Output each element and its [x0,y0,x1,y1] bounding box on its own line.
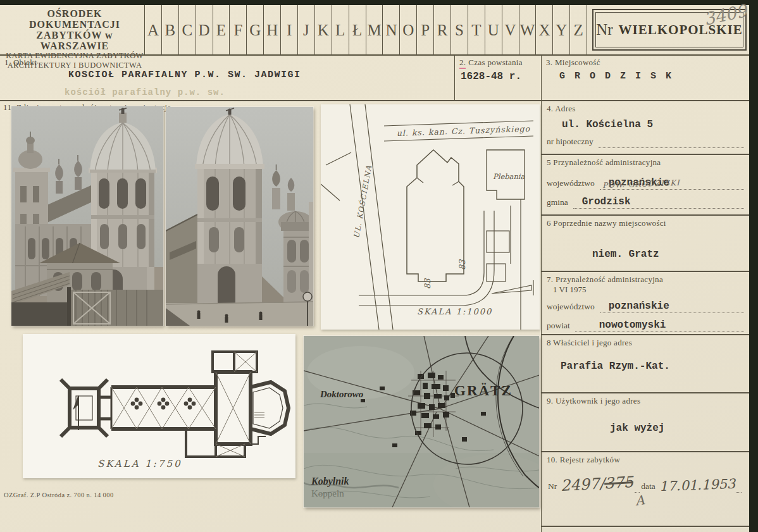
gmina-typed: Grodzisk [582,196,631,207]
alphabet-index-strip: A B C D E F G H I J K L Ł M N O P R S T … [144,5,587,56]
alphabet-letter: Z [570,5,587,56]
alphabet-letter: F [230,5,247,56]
powiat-label: powiat [547,321,570,332]
powiat-typed: nowotomyski [599,319,666,331]
alphabet-letter: S [451,5,468,56]
field-uzytkownik: 9. Użytkownik i jego adres jak wyżej [542,393,749,452]
woj-label: województwo [547,302,595,313]
floor-plan-scale: SKALA 1:750 [97,458,182,469]
object-name-ghost: kościół parafialny p.w. sw. [65,87,225,97]
field-label: 9. Użytkownik i jego adres [547,396,744,406]
user-typed: jak wyżej [610,423,744,434]
reg-nr-label: Nr [548,481,557,493]
field-poprzednie-nazwy: 6 Poprzednie nazwy miejscowości niem. Gr… [542,216,749,272]
field-label: 4. Adres [547,104,744,114]
field-przynaleznosc-adm: 5 Przynależność administracyjna wojewódz… [542,155,749,216]
field-label: 8 Właściciel i jego adres [547,338,744,348]
object-name-typed: KOSCIOŁ PARAFIALNY P.W. SW. JADWIGI [68,70,301,80]
address-typed: ul. Kościelna 5 [562,119,744,130]
alphabet-letter: X [536,5,553,56]
print-shop-note: OZGraf. Z.P Ostróda z. 700 n. 14 000 [4,492,114,498]
alphabet-letter: Y [553,5,570,56]
woj-label: województwo [547,178,595,190]
institution-line: OŚRODEK DOKUMENTACJI [5,8,144,30]
alphabet-letter: I [281,5,298,56]
site-plan-sketch: ul. ks. kan. Cz. Tuszyńskiego UL. KOŚCIE… [321,104,540,330]
field-label: 3. Miejscowość [546,58,600,68]
street-name-left: UL. KOŚCIELNA [352,164,373,238]
field-wlasciciel: 8 Właściciel i jego adres Parafia Rzym.-… [542,335,749,393]
scribble: 83 [423,278,432,289]
site-plan-drawing: ul. ks. kan. Cz. Tuszyńskiego UL. KOŚCIE… [321,104,540,330]
plebania-label: Plebania [493,172,525,181]
topographic-map: Doktorowo GRÄTZ Kobylnik Koppeln [304,336,539,507]
alphabet-letter: W [519,5,537,56]
floor-plan-drawing: SKALA 1:750 [23,334,295,478]
hyp-label: nr hipoteczny [547,137,593,148]
alphabet-letter: K [315,5,332,56]
date-of-origin-typed: 1628-48 r. [461,71,521,82]
photo-church-view-2 [166,107,313,326]
map-label-kobylnik: Kobylnik [311,476,349,487]
map-label-koppeln: Koppeln [311,488,344,498]
church-photo-illustration [166,107,313,326]
fields-row: 1. Obiekt KOSCIOŁ PARAFIALNY P.W. SW. JA… [0,56,749,101]
owner-typed: Parafia Rzym.-Kat. [561,361,744,372]
field-czas-powstania: 2.Czas powstania 1628-48 r. [454,56,541,101]
field-miejscowosc: 3. Miejscowość G R O D Z I S K [541,56,749,101]
map-label-doktorowo: Doktorowo [320,389,363,399]
alphabet-letter: P [417,5,434,56]
nr-label: Nr [596,21,612,39]
alphabet-letter: D [196,5,213,56]
alphabet-letter: T [468,5,485,56]
woj-typed: poznańskie [609,300,669,312]
floor-plan-sketch: SKALA 1:750 [23,334,295,478]
struck-number: 375 [604,473,634,492]
alphabet-letter: G [247,5,264,56]
alphabet-letter: O [400,5,417,56]
alphabet-letter: M [366,5,383,56]
right-fields-column: 4. Adres ul. Kościelna 5 nr hipoteczny 5… [541,101,749,532]
card-main-area: 11. Zdjęcia, rzut, przekrój, sytuacja, o… [0,101,749,532]
field-obiekt: 1. Obiekt KOSCIOŁ PARAFIALNY P.W. SW. JA… [0,56,454,101]
registry-number-handwritten: 2497/375 [561,473,634,495]
alphabet-letter: R [434,5,451,56]
alphabet-letter: E [213,5,230,56]
dotted-fill-line [635,486,640,493]
alphabet-letter: Ł [349,5,366,56]
topographic-map-photo: Doktorowo GRÄTZ Kobylnik Koppeln [304,336,539,507]
heritage-record-card: OŚRODEK DOKUMENTACJI ZABYTKÓW w WARSZAWI… [0,5,749,532]
field-przynaleznosc-1975: 7. Przynależność administracyjna 1 VI 19… [542,272,749,335]
alphabet-letter: H [264,5,281,56]
gmina-label: gmina [547,197,568,209]
field-number-pink-mark: 2. [459,58,466,69]
institution-line: ZABYTKÓW w WARSZAWIE [5,30,144,51]
field-label: 6 Poprzednie nazwy miejscowości [547,218,744,228]
map-label-city: GRÄTZ [454,383,513,399]
former-name-typed: niem. Gratz [592,249,744,260]
locality-typed: G R O D Z I S K [559,71,673,82]
alphabet-letter: U [485,5,502,56]
alphabet-letter: B [162,5,179,56]
reg-date-label: data [641,481,655,493]
field-label-date: 1 VI 1975 [553,285,744,295]
alphabet-letter: L [332,5,349,56]
scribble: 83 [457,259,467,270]
alphabet-letter: A [145,5,162,56]
alphabet-letter: N [383,5,400,56]
photo-church-view-1 [11,106,163,326]
field-adres: 4. Adres ul. Kościelna 5 nr hipoteczny [542,101,749,155]
registry-date-handwritten: 17.01.1953 [659,476,735,494]
site-plan-scale: SKALA 1:1000 [417,307,492,316]
church-photo-illustration [11,106,163,326]
alphabet-letter: V [502,5,519,56]
registry-correction-letter: A [634,492,645,509]
field-label: 1. Obiekt [4,58,37,68]
dotted-fill-line [599,139,744,148]
field-label: 7. Przynależność administracyjna [547,275,744,285]
field-label: 10. Rejestr zabytków [547,455,744,465]
scanned-document-photo: { "colors": { "card_bg": "#ebe4cf", "ink… [0,0,758,532]
alphabet-letter: C [179,5,196,56]
card-header: OŚRODEK DOKUMENTACJI ZABYTKÓW w WARSZAWI… [0,5,749,56]
field-rejestr-zabytkow: 10. Rejestr zabytków Nr 2497/375 data 17… [542,452,749,527]
